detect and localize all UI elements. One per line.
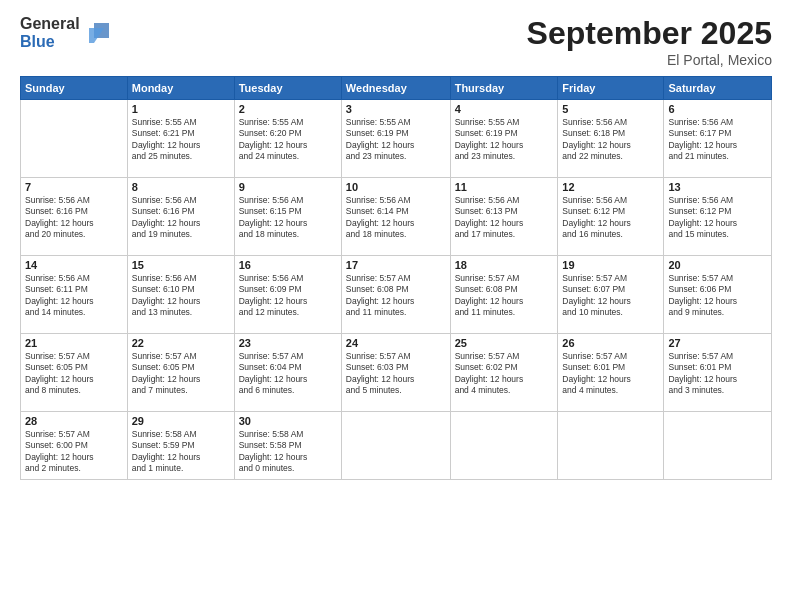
calendar-table: SundayMondayTuesdayWednesdayThursdayFrid…: [20, 76, 772, 480]
calendar-cell: [664, 412, 772, 480]
calendar-col-header: Saturday: [664, 77, 772, 100]
day-info: Sunrise: 5:57 AMSunset: 6:01 PMDaylight:…: [668, 351, 767, 397]
calendar-week-row: 14Sunrise: 5:56 AMSunset: 6:11 PMDayligh…: [21, 256, 772, 334]
header: General Blue September 2025 El Portal, M…: [20, 15, 772, 68]
day-number: 12: [562, 181, 659, 193]
day-info: Sunrise: 5:57 AMSunset: 6:07 PMDaylight:…: [562, 273, 659, 319]
logo-text: General Blue: [20, 15, 80, 50]
calendar-cell: 6Sunrise: 5:56 AMSunset: 6:17 PMDaylight…: [664, 100, 772, 178]
calendar-cell: 19Sunrise: 5:57 AMSunset: 6:07 PMDayligh…: [558, 256, 664, 334]
calendar-cell: 24Sunrise: 5:57 AMSunset: 6:03 PMDayligh…: [341, 334, 450, 412]
day-number: 11: [455, 181, 554, 193]
day-info: Sunrise: 5:56 AMSunset: 6:12 PMDaylight:…: [668, 195, 767, 241]
calendar-cell: 4Sunrise: 5:55 AMSunset: 6:19 PMDaylight…: [450, 100, 558, 178]
calendar-week-row: 7Sunrise: 5:56 AMSunset: 6:16 PMDaylight…: [21, 178, 772, 256]
day-number: 15: [132, 259, 230, 271]
day-info: Sunrise: 5:56 AMSunset: 6:13 PMDaylight:…: [455, 195, 554, 241]
day-info: Sunrise: 5:56 AMSunset: 6:16 PMDaylight:…: [25, 195, 123, 241]
calendar-col-header: Sunday: [21, 77, 128, 100]
calendar-col-header: Friday: [558, 77, 664, 100]
day-number: 10: [346, 181, 446, 193]
day-number: 17: [346, 259, 446, 271]
day-number: 29: [132, 415, 230, 427]
calendar-week-row: 28Sunrise: 5:57 AMSunset: 6:00 PMDayligh…: [21, 412, 772, 480]
calendar-cell: 13Sunrise: 5:56 AMSunset: 6:12 PMDayligh…: [664, 178, 772, 256]
day-info: Sunrise: 5:56 AMSunset: 6:14 PMDaylight:…: [346, 195, 446, 241]
day-number: 20: [668, 259, 767, 271]
day-number: 28: [25, 415, 123, 427]
calendar-cell: 5Sunrise: 5:56 AMSunset: 6:18 PMDaylight…: [558, 100, 664, 178]
day-number: 9: [239, 181, 337, 193]
day-number: 5: [562, 103, 659, 115]
calendar-cell: 28Sunrise: 5:57 AMSunset: 6:00 PMDayligh…: [21, 412, 128, 480]
calendar-cell: 25Sunrise: 5:57 AMSunset: 6:02 PMDayligh…: [450, 334, 558, 412]
day-number: 13: [668, 181, 767, 193]
day-info: Sunrise: 5:57 AMSunset: 6:08 PMDaylight:…: [346, 273, 446, 319]
day-number: 23: [239, 337, 337, 349]
calendar-week-row: 21Sunrise: 5:57 AMSunset: 6:05 PMDayligh…: [21, 334, 772, 412]
logo-icon: [84, 18, 114, 48]
day-info: Sunrise: 5:57 AMSunset: 6:01 PMDaylight:…: [562, 351, 659, 397]
calendar-col-header: Tuesday: [234, 77, 341, 100]
calendar-col-header: Thursday: [450, 77, 558, 100]
day-info: Sunrise: 5:57 AMSunset: 6:05 PMDaylight:…: [25, 351, 123, 397]
calendar-cell: 11Sunrise: 5:56 AMSunset: 6:13 PMDayligh…: [450, 178, 558, 256]
calendar-cell: 30Sunrise: 5:58 AMSunset: 5:58 PMDayligh…: [234, 412, 341, 480]
day-info: Sunrise: 5:57 AMSunset: 6:00 PMDaylight:…: [25, 429, 123, 475]
day-number: 16: [239, 259, 337, 271]
logo-blue: Blue: [20, 33, 80, 51]
day-info: Sunrise: 5:56 AMSunset: 6:11 PMDaylight:…: [25, 273, 123, 319]
calendar-cell: 12Sunrise: 5:56 AMSunset: 6:12 PMDayligh…: [558, 178, 664, 256]
day-number: 18: [455, 259, 554, 271]
day-number: 1: [132, 103, 230, 115]
title-block: September 2025 El Portal, Mexico: [527, 15, 772, 68]
calendar-cell: 17Sunrise: 5:57 AMSunset: 6:08 PMDayligh…: [341, 256, 450, 334]
calendar-cell: [21, 100, 128, 178]
day-info: Sunrise: 5:56 AMSunset: 6:18 PMDaylight:…: [562, 117, 659, 163]
day-number: 3: [346, 103, 446, 115]
calendar-cell: 18Sunrise: 5:57 AMSunset: 6:08 PMDayligh…: [450, 256, 558, 334]
calendar-cell: 1Sunrise: 5:55 AMSunset: 6:21 PMDaylight…: [127, 100, 234, 178]
calendar-cell: 2Sunrise: 5:55 AMSunset: 6:20 PMDaylight…: [234, 100, 341, 178]
calendar-cell: 8Sunrise: 5:56 AMSunset: 6:16 PMDaylight…: [127, 178, 234, 256]
calendar-cell: [450, 412, 558, 480]
calendar-cell: 26Sunrise: 5:57 AMSunset: 6:01 PMDayligh…: [558, 334, 664, 412]
day-info: Sunrise: 5:56 AMSunset: 6:12 PMDaylight:…: [562, 195, 659, 241]
day-number: 22: [132, 337, 230, 349]
day-info: Sunrise: 5:57 AMSunset: 6:06 PMDaylight:…: [668, 273, 767, 319]
day-info: Sunrise: 5:56 AMSunset: 6:09 PMDaylight:…: [239, 273, 337, 319]
calendar-col-header: Wednesday: [341, 77, 450, 100]
day-info: Sunrise: 5:58 AMSunset: 5:58 PMDaylight:…: [239, 429, 337, 475]
calendar-cell: 29Sunrise: 5:58 AMSunset: 5:59 PMDayligh…: [127, 412, 234, 480]
calendar-cell: 23Sunrise: 5:57 AMSunset: 6:04 PMDayligh…: [234, 334, 341, 412]
day-info: Sunrise: 5:57 AMSunset: 6:04 PMDaylight:…: [239, 351, 337, 397]
day-info: Sunrise: 5:57 AMSunset: 6:05 PMDaylight:…: [132, 351, 230, 397]
day-info: Sunrise: 5:57 AMSunset: 6:02 PMDaylight:…: [455, 351, 554, 397]
day-number: 27: [668, 337, 767, 349]
calendar-cell: 3Sunrise: 5:55 AMSunset: 6:19 PMDaylight…: [341, 100, 450, 178]
day-info: Sunrise: 5:56 AMSunset: 6:17 PMDaylight:…: [668, 117, 767, 163]
day-info: Sunrise: 5:55 AMSunset: 6:20 PMDaylight:…: [239, 117, 337, 163]
calendar-cell: 10Sunrise: 5:56 AMSunset: 6:14 PMDayligh…: [341, 178, 450, 256]
day-number: 26: [562, 337, 659, 349]
day-info: Sunrise: 5:58 AMSunset: 5:59 PMDaylight:…: [132, 429, 230, 475]
day-number: 14: [25, 259, 123, 271]
calendar-cell: 7Sunrise: 5:56 AMSunset: 6:16 PMDaylight…: [21, 178, 128, 256]
day-number: 8: [132, 181, 230, 193]
logo: General Blue: [20, 15, 114, 50]
calendar-cell: 20Sunrise: 5:57 AMSunset: 6:06 PMDayligh…: [664, 256, 772, 334]
calendar-col-header: Monday: [127, 77, 234, 100]
calendar-cell: 16Sunrise: 5:56 AMSunset: 6:09 PMDayligh…: [234, 256, 341, 334]
location: El Portal, Mexico: [527, 52, 772, 68]
calendar-cell: [558, 412, 664, 480]
calendar-cell: 15Sunrise: 5:56 AMSunset: 6:10 PMDayligh…: [127, 256, 234, 334]
month-title: September 2025: [527, 15, 772, 52]
day-number: 4: [455, 103, 554, 115]
day-number: 2: [239, 103, 337, 115]
day-info: Sunrise: 5:57 AMSunset: 6:03 PMDaylight:…: [346, 351, 446, 397]
day-info: Sunrise: 5:56 AMSunset: 6:10 PMDaylight:…: [132, 273, 230, 319]
day-info: Sunrise: 5:56 AMSunset: 6:16 PMDaylight:…: [132, 195, 230, 241]
calendar-cell: 14Sunrise: 5:56 AMSunset: 6:11 PMDayligh…: [21, 256, 128, 334]
calendar-cell: 27Sunrise: 5:57 AMSunset: 6:01 PMDayligh…: [664, 334, 772, 412]
page: General Blue September 2025 El Portal, M…: [0, 0, 792, 612]
